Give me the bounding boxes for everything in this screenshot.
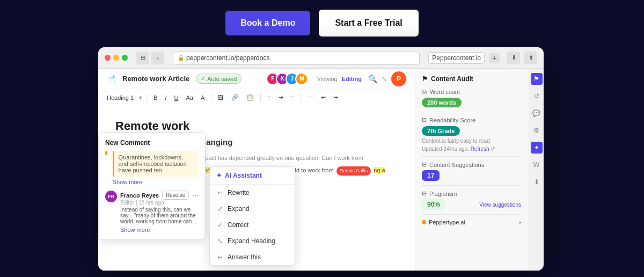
- show-more-2[interactable]: Show more: [120, 227, 199, 233]
- book-demo-button[interactable]: Book a Demo: [225, 11, 310, 35]
- audit-icon[interactable]: ⚑: [531, 73, 543, 85]
- tab-label[interactable]: Peppercontent.io: [428, 52, 485, 64]
- auto-saved-badge: ✓ Auto saved: [196, 74, 241, 84]
- doc-icon: 📄: [107, 75, 116, 83]
- comment-panel: New Comment Quarantines, lockdowns, and …: [98, 132, 206, 240]
- comment-quote: Quarantines, lockdowns, and self-imposed…: [113, 151, 199, 177]
- search-icon[interactable]: 🔍: [368, 75, 377, 83]
- avatars-right: F K J M Viewing Editing 🔍 ⤡ P: [266, 71, 406, 86]
- image-button[interactable]: 🖼: [215, 93, 226, 102]
- right-sidebar: ⚑ ↺ 💬 ⚙ ✦ W ⬇ ⚑ Content Audit ◎ Word: [415, 69, 544, 271]
- word-count-label: ◎ Word count: [422, 88, 521, 95]
- bold-button[interactable]: B: [151, 93, 160, 102]
- commenter-info: Franco Reyes Resolve ⋯ Editor | 18 hrs a…: [120, 191, 199, 233]
- browser-tabs-right: Peppercontent.io +: [428, 52, 500, 64]
- audit-title: ⚑ Content Audit: [422, 75, 521, 83]
- history-icon[interactable]: ↺: [531, 90, 543, 102]
- ai-blue-icon[interactable]: ✦: [531, 142, 543, 154]
- plagiarism-badge: 90%: [422, 199, 445, 210]
- suggestions-metric: ⊟ Content Suggestions 17: [422, 161, 521, 181]
- commenter-name: Franco Reyes: [120, 192, 159, 199]
- link-button[interactable]: 🔗: [229, 93, 241, 102]
- ai-rewrite-item[interactable]: ↩ Rewrite: [210, 185, 295, 201]
- resolve-button[interactable]: Resolve: [162, 191, 189, 200]
- expand-icon[interactable]: ⤡: [382, 75, 387, 83]
- browser-chrome: ⊞ ‹ 🔒 peppercontent.io/pepperdocs Pepper…: [98, 47, 544, 69]
- editing-status: Editing: [342, 76, 362, 82]
- toolbar-separator-4: [301, 93, 301, 102]
- redo-button[interactable]: ↪: [331, 93, 341, 102]
- editor-header: 📄 Remote work Article ✓ Auto saved F K J…: [98, 69, 415, 89]
- back-button[interactable]: ‹: [151, 52, 164, 64]
- view-suggestions-link[interactable]: View suggestions: [479, 202, 521, 208]
- ai-expand-item[interactable]: ⤢ Expand: [210, 201, 295, 217]
- suggestions-badge: 17: [422, 170, 440, 181]
- answer-icon: ↩: [216, 253, 224, 261]
- ai-assistant-header: ✦ AI Assistant: [210, 167, 295, 185]
- comment-dot: [105, 151, 107, 155]
- address-bar[interactable]: 🔒 peppercontent.io/pepperdocs: [173, 51, 420, 65]
- table-button[interactable]: 📋: [244, 93, 257, 102]
- sidebar-icons: ⚑ ↺ 💬 ⚙ ✦ W ⬇: [529, 69, 544, 271]
- layout-icon[interactable]: ⊞: [136, 52, 149, 64]
- italic-button[interactable]: I: [162, 93, 169, 102]
- font-case-button[interactable]: Aa: [183, 93, 195, 102]
- comments-icon[interactable]: 💬: [531, 107, 543, 119]
- list-button[interactable]: ≡: [288, 93, 297, 102]
- avatar-4: M: [295, 72, 308, 85]
- readability-icon: ⊟: [422, 116, 427, 123]
- commenter-time: Editor | 18 hrs ago: [120, 200, 199, 206]
- peppertype-arrow: ›: [519, 219, 521, 225]
- document-title: Remote work: [115, 119, 398, 133]
- underline-button[interactable]: U: [171, 93, 181, 102]
- correct-icon: ✓: [216, 221, 224, 229]
- audit-icon-title: ⚑: [422, 75, 428, 83]
- peppertype-row[interactable]: Peppertype.ai ›: [422, 219, 521, 225]
- download-icon[interactable]: ⬇: [531, 176, 543, 188]
- expand-icon: ⤢: [216, 205, 224, 213]
- expand-heading-icon: ⤡: [216, 237, 224, 245]
- comment-user-section: FR Franco Reyes Resolve ⋯ Editor | 18 hr…: [105, 191, 199, 233]
- ai-expand-heading-item[interactable]: ⤡ Expand Heading: [210, 233, 295, 249]
- new-tab-button[interactable]: +: [489, 53, 500, 63]
- close-button[interactable]: [105, 55, 111, 61]
- ai-star-icon: ✦: [216, 172, 222, 179]
- comment-content: Quarantines, lockdowns, and self-imposed…: [105, 151, 199, 185]
- viewing-status: Viewing: [317, 76, 337, 82]
- comment-quote-area: Quarantines, lockdowns, and self-imposed…: [113, 151, 199, 185]
- plagiarism-icon: ⊟: [422, 190, 427, 197]
- user-avatar: P: [391, 71, 406, 86]
- readability-metric: ⊟ Readability Score 7th Grade Content is…: [422, 116, 521, 152]
- settings-icon[interactable]: ⚙: [531, 125, 543, 136]
- traffic-lights: [105, 55, 128, 61]
- refresh-link[interactable]: Refresh: [471, 146, 489, 152]
- ai-correct-item[interactable]: ✓ Correct: [210, 217, 295, 233]
- url-text: peppercontent.io/pepperdocs: [186, 54, 269, 62]
- indent-button[interactable]: ⇥: [276, 93, 286, 102]
- download-icon[interactable]: ⬇: [507, 52, 520, 64]
- undo-button[interactable]: ↩: [318, 93, 328, 102]
- commenter-header: Franco Reyes Resolve ⋯: [120, 191, 199, 200]
- check-icon: ✓: [201, 75, 206, 82]
- doc-title: Remote work Article: [122, 75, 189, 83]
- comment-title: New Comment: [105, 139, 199, 147]
- auto-saved-text: Auto saved: [207, 76, 237, 82]
- fullscreen-button[interactable]: [122, 55, 128, 61]
- browser-nav: ⊞ ‹: [136, 52, 164, 64]
- more-options-icon[interactable]: ⋯: [192, 192, 199, 199]
- share-icon[interactable]: ⬆: [524, 52, 537, 64]
- dennis-tag: Dennis Callis: [336, 166, 371, 176]
- minimize-button[interactable]: [113, 55, 119, 61]
- font-color-button[interactable]: A: [198, 93, 207, 102]
- wordpress-icon[interactable]: W: [531, 159, 543, 171]
- align-button[interactable]: ≡: [265, 93, 273, 102]
- more-options-button[interactable]: ⋯: [305, 93, 316, 102]
- start-trial-button[interactable]: Start a Free Trial: [319, 10, 418, 37]
- show-more-1[interactable]: Show more: [113, 179, 199, 185]
- heading-selector[interactable]: Heading 1: [105, 94, 136, 101]
- lock-icon: 🔒: [178, 55, 184, 61]
- commenter-text: Instead of saying this, can we say... "m…: [120, 207, 199, 224]
- ai-answer-item[interactable]: ↩ Answer this: [210, 249, 295, 265]
- toolbar-separator-2: [211, 93, 211, 102]
- divider-1: [422, 112, 521, 112]
